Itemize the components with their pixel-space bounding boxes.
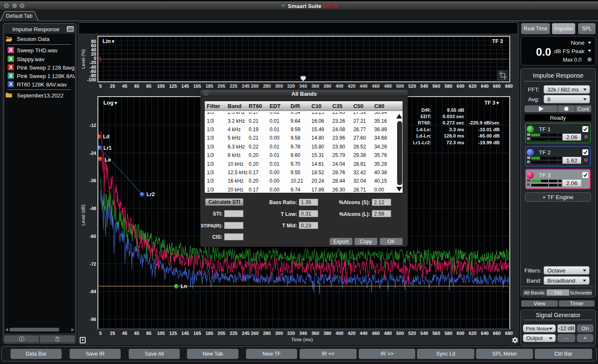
svg-text:ST: ST <box>282 4 285 7</box>
